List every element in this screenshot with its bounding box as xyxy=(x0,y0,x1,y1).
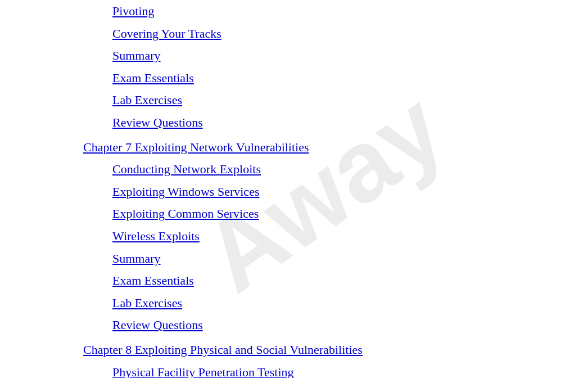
toc-link-wireless-exploits[interactable]: Wireless Exploits xyxy=(112,229,200,243)
list-item: Physical Facility Penetration Testing xyxy=(0,361,588,379)
toc-list: Pivoting Covering Your Tracks Summary Ex… xyxy=(0,0,588,378)
toc-link-exploiting-windows-services[interactable]: Exploiting Windows Services xyxy=(112,184,259,199)
list-item: Review Questions xyxy=(0,314,588,336)
list-item: Exploiting Common Services xyxy=(0,202,588,225)
toc-link-summary-2[interactable]: Summary xyxy=(112,251,161,266)
list-item: Summary xyxy=(0,248,588,270)
toc-link-exam-essentials-1[interactable]: Exam Essentials xyxy=(112,71,194,85)
toc-link-review-questions-2[interactable]: Review Questions xyxy=(112,318,203,332)
list-item: Lab Exercises xyxy=(0,89,588,111)
toc-link-lab-exercises-2[interactable]: Lab Exercises xyxy=(112,296,182,310)
list-item: Exam Essentials xyxy=(0,269,588,292)
list-item: Lab Exercises xyxy=(0,292,588,314)
toc-link-covering-tracks[interactable]: Covering Your Tracks xyxy=(112,26,221,40)
list-item: Summary xyxy=(0,44,588,67)
toc-link-chapter-8[interactable]: Chapter 8 Exploiting Physical and Social… xyxy=(83,343,363,357)
toc-link-lab-exercises-1[interactable]: Lab Exercises xyxy=(112,93,182,107)
toc-link-exam-essentials-2[interactable]: Exam Essentials xyxy=(112,273,194,287)
toc-content: Pivoting Covering Your Tracks Summary Ex… xyxy=(0,0,588,378)
list-item: Covering Your Tracks xyxy=(0,22,588,45)
list-item: Conducting Network Exploits xyxy=(0,158,588,181)
list-item: Chapter 8 Exploiting Physical and Social… xyxy=(0,339,588,361)
list-item: Wireless Exploits xyxy=(0,225,588,248)
list-item: Exam Essentials xyxy=(0,67,588,89)
toc-link-exploiting-common-services[interactable]: Exploiting Common Services xyxy=(112,206,259,220)
toc-link-pivoting[interactable]: Pivoting xyxy=(112,4,155,18)
list-item: Exploiting Windows Services xyxy=(0,181,588,203)
toc-link-summary-1[interactable]: Summary xyxy=(112,48,161,62)
list-item: Review Questions xyxy=(0,111,588,134)
toc-link-physical-facility[interactable]: Physical Facility Penetration Testing xyxy=(112,365,294,379)
toc-link-review-questions-1[interactable]: Review Questions xyxy=(112,115,203,129)
toc-link-chapter-7[interactable]: Chapter 7 Exploiting Network Vulnerabili… xyxy=(83,140,309,154)
list-item: Pivoting xyxy=(0,0,588,22)
toc-link-conducting-network-exploits[interactable]: Conducting Network Exploits xyxy=(112,162,261,176)
list-item: Chapter 7 Exploiting Network Vulnerabili… xyxy=(0,136,588,159)
